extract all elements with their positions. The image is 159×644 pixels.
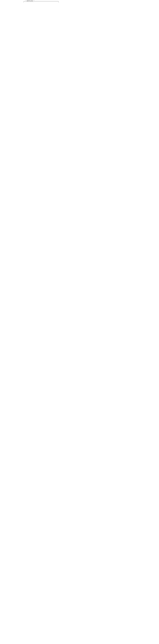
attributes-tab: attributes <box>26 0 34 2</box>
attributes-container: attributes grp commonPowerAttributes idT… <box>24 1 59 2</box>
